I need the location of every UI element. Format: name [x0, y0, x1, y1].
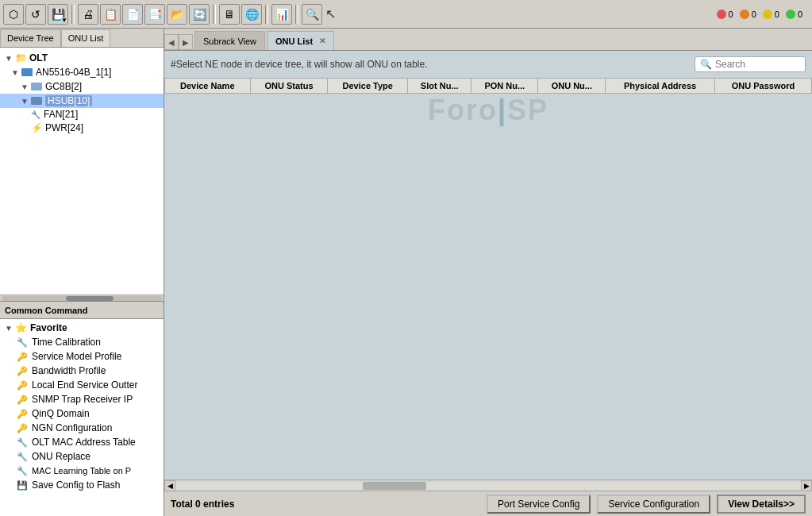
table-container[interactable]: Device Name ONU Status Device Type Slot … [164, 78, 812, 479]
tree-item-hsub[interactable]: ▼ HSUB[10] [0, 94, 164, 108]
cmd-label-11: Save Config to Flash [32, 479, 120, 491]
cmd-item-mac-learning[interactable]: 🔧 MAC Learning Table on P [0, 464, 164, 478]
tree-item-pwr[interactable]: ▷ ⚡ PWR[24] [0, 121, 164, 135]
cursor-indicator: ↖ [325, 6, 336, 21]
device-tree-area[interactable]: ▼ 📁 OLT ▼ AN5516-04B_1[1] ▼ GC8B[2] [0, 48, 164, 295]
expand-gc8b[interactable]: ▼ [19, 81, 30, 92]
cmd-label-3: Bandwidth Profile [32, 365, 106, 376]
tab-onu-list-left[interactable]: ONU List [61, 29, 111, 47]
service-configuration-btn[interactable]: Service Configuration [597, 495, 710, 514]
col-onu-num: ONU Nu... [538, 79, 606, 94]
root-label: OLT [29, 52, 48, 64]
toolbar-btn-12[interactable]: 📊 [271, 4, 292, 25]
yellow-count: 0 [775, 10, 779, 19]
content-area: #Select NE node in device tree, it will … [164, 51, 812, 491]
search-box[interactable]: 🔍 [695, 56, 806, 72]
cmd-label-9: ONU Replace [32, 451, 90, 462]
h-scrollbar[interactable]: ◀ ▶ [164, 479, 812, 491]
col-device-name: Device Name [165, 79, 251, 94]
green-light [786, 10, 795, 19]
toolbar-sep-3 [265, 5, 268, 24]
cmd-item-qinq[interactable]: 🔑 QinQ Domain [0, 406, 164, 421]
wrench-icon-4: 🔧 [16, 464, 29, 477]
tab-nav-right[interactable]: ▶ [179, 34, 193, 50]
search-icon: 🔍 [700, 59, 712, 70]
toolbar-btn-10[interactable]: 🖥 [219, 4, 240, 25]
toolbar-btn-6[interactable]: 📄 [122, 4, 143, 25]
toolbar-btn-7[interactable]: 📑 [144, 4, 165, 25]
cmd-label-8: OLT MAC Address Table [32, 437, 136, 448]
col-physical-address: Physical Address [606, 79, 715, 94]
fan-icon: 🔧 [30, 109, 41, 120]
pwr-label: PWR[24] [45, 122, 83, 133]
key-icon-6: 🔑 [16, 422, 29, 434]
toolbar-btn-9[interactable]: 🔄 [189, 4, 210, 25]
traffic-light-green: 0 [786, 10, 802, 19]
cmd-item-time-calibration[interactable]: 🔧 Time Calibration [0, 335, 164, 349]
key-icon-2: 🔑 [16, 364, 29, 377]
toolbar: ⬡ ↺ 💾 ▼ 🖨 📋 📄 📑 📂 🔄 🖥 🌐 📊 🔍 ↖ 0 0 0 0 [0, 0, 812, 29]
tree-scrollbar[interactable] [0, 295, 164, 301]
cmd-item-onu-replace[interactable]: 🔧 ONU Replace [0, 449, 164, 464]
tab-subrack-view[interactable]: Subrack View [194, 31, 265, 50]
pwr-icon: ⚡ [30, 121, 43, 134]
fan-label: FAN[21] [44, 109, 78, 120]
toolbar-btn-5[interactable]: 📋 [100, 4, 121, 25]
wrench-icon-3: 🔧 [16, 450, 29, 463]
tab-nav-left[interactable]: ◀ [164, 34, 179, 50]
toolbar-sep-4 [295, 5, 298, 24]
scroll-right-btn[interactable]: ▶ [801, 480, 812, 491]
expand-an5516[interactable]: ▼ [10, 67, 21, 78]
an5516-label: AN5516-04B_1[1] [36, 67, 111, 78]
tab-subrack-label: Subrack View [203, 37, 256, 46]
expand-hsub[interactable]: ▼ [19, 95, 30, 106]
view-details-btn[interactable]: View Details>> [717, 495, 806, 514]
wrench-icon-1: 🔧 [16, 336, 29, 348]
tree-item-gc8b[interactable]: ▼ GC8B[2] [0, 79, 164, 94]
cmd-group-favorite[interactable]: ▼ ⭐ Favorite [0, 321, 164, 335]
cmd-item-local-end[interactable]: 🔑 Local End Service Outter [0, 378, 164, 392]
cmd-item-bandwidth[interactable]: 🔑 Bandwidth Profile [0, 364, 164, 378]
col-onu-password: ONU Password [714, 79, 811, 94]
card-icon-gc8b [30, 80, 43, 93]
tab-onu-list[interactable]: ONU List ✕ [267, 31, 334, 50]
toolbar-btn-13[interactable]: 🔍 [302, 4, 322, 25]
watermark: Foro|SP [428, 94, 548, 127]
port-service-config-btn[interactable]: Port Service Config [487, 495, 591, 514]
tree-scroll-thumb[interactable] [66, 296, 114, 301]
command-list[interactable]: ▼ ⭐ Favorite 🔧 Time Calibration 🔑 Servic… [0, 319, 164, 516]
toolbar-btn-8[interactable]: 📂 [167, 4, 187, 25]
cmd-label-2: Service Model Profile [32, 351, 121, 362]
tab-device-tree[interactable]: Device Tree [0, 29, 61, 47]
tree-item-root[interactable]: ▼ 📁 OLT [0, 51, 164, 65]
tree-item-an5516[interactable]: ▼ AN5516-04B_1[1] [0, 65, 164, 79]
wrench-icon-2: 🔧 [16, 436, 29, 449]
search-input[interactable] [715, 59, 800, 70]
h-scroll-thumb[interactable] [363, 482, 426, 490]
cmd-item-service-model[interactable]: 🔑 Service Model Profile [0, 349, 164, 364]
cmd-label-4: Local End Service Outter [32, 379, 137, 391]
expand-favorite[interactable]: ▼ [3, 322, 14, 333]
toolbar-btn-1[interactable]: ⬡ [3, 4, 24, 25]
red-light [717, 10, 726, 19]
tree-scroll-track[interactable] [2, 296, 162, 301]
cmd-item-olt-mac[interactable]: 🔧 OLT MAC Address Table [0, 435, 164, 449]
expand-root[interactable]: ▼ [3, 52, 14, 64]
scroll-left-btn[interactable]: ◀ [164, 480, 175, 491]
tree-item-fan[interactable]: ▷ 🔧 FAN[21] [0, 108, 164, 121]
favorite-label: Favorite [30, 322, 67, 333]
cmd-item-snmp[interactable]: 🔑 SNMP Trap Receiver IP [0, 392, 164, 406]
traffic-light-red: 0 [717, 10, 733, 19]
toolbar-btn-11[interactable]: 🌐 [241, 4, 262, 25]
total-entries: Total 0 entries [171, 499, 480, 510]
toolbar-btn-4[interactable]: 🖨 [78, 4, 98, 25]
toolbar-btn-2[interactable]: ↺ [25, 4, 46, 25]
tab-onu-label: ONU List [275, 37, 313, 46]
tab-onu-close[interactable]: ✕ [319, 37, 325, 45]
key-icon-5: 🔑 [16, 407, 29, 420]
cmd-item-save-config[interactable]: 💾 Save Config to Flash [0, 478, 164, 492]
h-scroll-track[interactable] [175, 482, 801, 490]
toolbar-btn-3[interactable]: 💾 ▼ [48, 4, 68, 25]
cmd-item-ngn[interactable]: 🔑 NGN Configuration [0, 421, 164, 435]
folder-icon: 📁 [14, 52, 27, 64]
